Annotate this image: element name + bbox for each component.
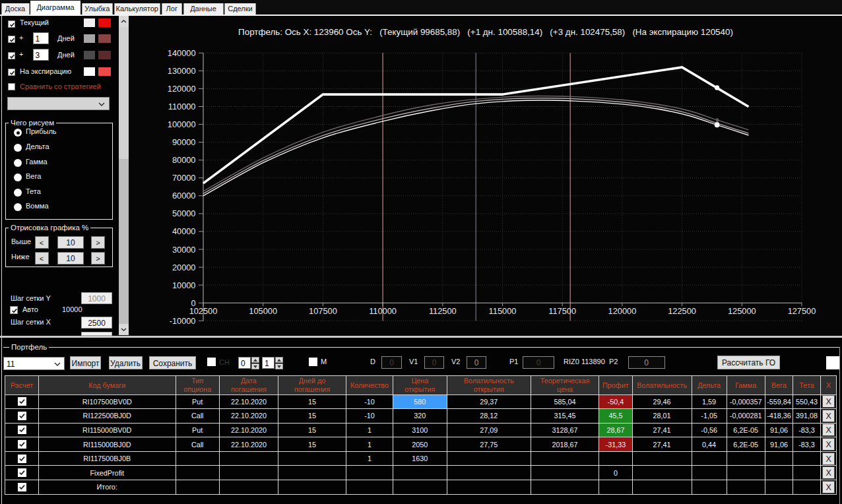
- svg-text:40000: 40000: [172, 226, 196, 236]
- svg-text:105000: 105000: [249, 306, 277, 316]
- svg-text:30000: 30000: [172, 245, 196, 255]
- svg-text:50000: 50000: [172, 208, 196, 218]
- svg-text:-10000: -10000: [170, 316, 196, 326]
- svg-text:127500: 127500: [788, 306, 816, 316]
- svg-text:80000: 80000: [172, 155, 196, 165]
- svg-text:130000: 130000: [168, 66, 196, 76]
- svg-text:120000: 120000: [608, 306, 637, 316]
- svg-text:70000: 70000: [172, 173, 196, 183]
- svg-text:122500: 122500: [668, 306, 696, 316]
- svg-text:117500: 117500: [548, 306, 576, 316]
- svg-text:110000: 110000: [369, 306, 397, 316]
- svg-text:102500: 102500: [189, 306, 218, 316]
- svg-text:140000: 140000: [168, 48, 196, 58]
- svg-text:Портфель: Ось X: 123960 Ось Y:: Портфель: Ось X: 123960 Ось Y: (Текущий …: [238, 27, 733, 37]
- svg-text:10000: 10000: [172, 280, 196, 290]
- svg-text:112500: 112500: [429, 306, 457, 316]
- svg-text:115000: 115000: [489, 306, 517, 316]
- svg-text:107500: 107500: [309, 306, 337, 316]
- svg-text:60000: 60000: [172, 191, 196, 201]
- svg-text:20000: 20000: [172, 263, 196, 272]
- svg-text:110000: 110000: [168, 102, 196, 111]
- svg-text:90000: 90000: [172, 137, 196, 147]
- svg-text:100000: 100000: [168, 119, 196, 129]
- svg-text:120000: 120000: [168, 84, 196, 94]
- svg-text:125000: 125000: [728, 306, 756, 316]
